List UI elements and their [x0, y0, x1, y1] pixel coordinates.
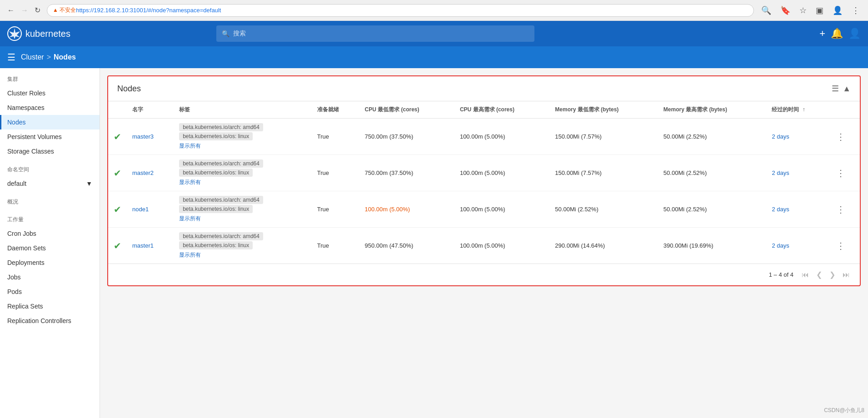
cpu-max-cell: 100.00m (5.00%): [454, 228, 549, 264]
nodes-title: Nodes: [117, 84, 141, 94]
show-all-link[interactable]: 显示所有: [179, 251, 306, 259]
cpu-max-cell: 100.00m (5.00%): [454, 155, 549, 191]
label-tag-1: beta.kubernetes.io/arch: amd64: [179, 196, 306, 205]
sidebar-item-persistent-volumes[interactable]: Persistent Volumes: [0, 129, 100, 144]
hamburger-menu[interactable]: ☰: [7, 52, 15, 63]
sidebar-item-jobs[interactable]: Jobs: [0, 270, 100, 284]
sidebar-item-cluster-roles[interactable]: Cluster Roles: [0, 86, 100, 100]
sidebar-item-storage-classes[interactable]: Storage Classes: [0, 144, 100, 159]
table-row: ✔ master3 beta.kubernetes.io/arch: amd64…: [108, 119, 860, 155]
row-actions-cell: ⋮: [831, 119, 860, 155]
search-bar[interactable]: 🔍 搜索: [216, 25, 534, 42]
sidebar-item-label: Namespaces: [7, 104, 45, 111]
workload-section-label: 工作量: [0, 209, 100, 226]
mem-max-cell: 50.00Mi (2.52%): [658, 119, 767, 155]
node-name-link[interactable]: master1: [132, 242, 154, 249]
browser-nav: ← → ↻: [5, 4, 42, 16]
show-all-link[interactable]: 显示所有: [179, 215, 306, 223]
status-icon: ✔: [114, 132, 121, 142]
sidebar-item-label: Persistent Volumes: [7, 133, 62, 140]
col-labels: 标签: [174, 101, 312, 119]
cpu-min-cell: 950.00m (47.50%): [359, 228, 454, 264]
main-content: Nodes ☰ ▲ 名字 标签 准备就绪 CPU 最低需求 (cores): [100, 68, 868, 418]
nodes-card: Nodes ☰ ▲ 名字 标签 准备就绪 CPU 最低需求 (cores): [107, 75, 861, 286]
node-name-link[interactable]: node1: [132, 206, 149, 213]
labels-cell: beta.kubernetes.io/arch: amd64 beta.kube…: [174, 191, 312, 228]
sidebar-item-label: Daemon Sets: [7, 244, 46, 252]
mem-min-cell: 150.00Mi (7.57%): [549, 155, 658, 191]
search-icon[interactable]: 🔍: [758, 5, 774, 16]
sidebar-item-replication-controllers[interactable]: Replication Controllers: [0, 314, 100, 328]
ready-cell: True: [312, 191, 359, 228]
sidebar-item-pods[interactable]: Pods: [0, 284, 100, 299]
namespace-selector[interactable]: default ▼: [0, 176, 100, 191]
cpu-min-cell: 750.00m (37.50%): [359, 155, 454, 191]
name-cell: master1: [127, 228, 174, 264]
sidebar-item-daemon-sets[interactable]: Daemon Sets: [0, 241, 100, 255]
row-menu-button[interactable]: ⋮: [836, 240, 845, 251]
status-cell: ✔: [108, 119, 127, 155]
sidebar-item-namespaces[interactable]: Namespaces: [0, 100, 100, 115]
account-icon[interactable]: 👤: [830, 5, 845, 16]
row-menu-button[interactable]: ⋮: [836, 131, 845, 142]
show-all-link[interactable]: 显示所有: [179, 179, 306, 186]
namespace-section-label: 命名空间: [0, 159, 100, 176]
node-name-link[interactable]: master2: [132, 169, 154, 176]
filter-button[interactable]: ☰: [832, 84, 839, 94]
nodes-card-header: Nodes ☰ ▲: [108, 76, 860, 101]
col-mem-max: Memory 最高需求 (bytes): [658, 101, 767, 119]
collapse-button[interactable]: ▲: [843, 84, 851, 94]
elapsed-link[interactable]: 2 days: [772, 242, 789, 249]
add-button[interactable]: +: [819, 28, 825, 40]
sidebar-item-cron-jobs[interactable]: Cron Jobs: [0, 226, 100, 241]
forward-button[interactable]: →: [19, 4, 30, 16]
next-page-button[interactable]: ❯: [827, 269, 838, 280]
bookmark-icon[interactable]: 🔖: [778, 5, 793, 16]
col-ready: 准备就绪: [312, 101, 359, 119]
show-all-link[interactable]: 显示所有: [179, 142, 306, 150]
notification-button[interactable]: 🔔: [831, 28, 843, 40]
cpu-min-cell: 750.00m (37.50%): [359, 119, 454, 155]
ready-cell: True: [312, 228, 359, 264]
node-name-link[interactable]: master3: [132, 133, 154, 140]
sidebar-item-replica-sets[interactable]: Replica Sets: [0, 299, 100, 314]
back-button[interactable]: ←: [5, 4, 16, 16]
row-menu-button[interactable]: ⋮: [836, 204, 845, 215]
elapsed-link[interactable]: 2 days: [772, 169, 789, 176]
mem-min-cell: 150.00Mi (7.57%): [549, 119, 658, 155]
sidebar-item-nodes[interactable]: Nodes: [0, 115, 100, 129]
elapsed-cell: 2 days: [766, 191, 831, 228]
first-page-button[interactable]: ⏮: [799, 270, 812, 280]
breadcrumb-current: Nodes: [54, 53, 76, 61]
sidebar-item-label: Replication Controllers: [7, 317, 71, 324]
search-icon: 🔍: [222, 30, 229, 37]
nodes-header-actions: ☰ ▲: [832, 84, 851, 94]
name-cell: master3: [127, 119, 174, 155]
name-cell: node1: [127, 191, 174, 228]
mem-max-cell: 50.00Mi (2.52%): [658, 155, 767, 191]
prev-page-button[interactable]: ❮: [813, 269, 825, 280]
browser-url-bar[interactable]: ▲ 不安全 https://192.168.2.10:31001/#/node?…: [47, 4, 754, 17]
mem-min-cell: 290.00Mi (14.64%): [549, 228, 658, 264]
cluster-section-label: 集群: [0, 68, 100, 86]
sidebar-item-deployments[interactable]: Deployments: [0, 255, 100, 270]
sidebar-item-label: Pods: [7, 288, 22, 295]
account-button[interactable]: 👤: [848, 28, 861, 40]
elapsed-link[interactable]: 2 days: [772, 133, 789, 140]
reload-button[interactable]: ↻: [33, 4, 42, 16]
status-icon: ✔: [114, 241, 121, 251]
status-cell: ✔: [108, 228, 127, 264]
star-icon[interactable]: ☆: [797, 5, 809, 16]
header-actions: + 🔔 👤: [819, 28, 861, 40]
elapsed-cell: 2 days: [766, 155, 831, 191]
elapsed-link[interactable]: 2 days: [772, 206, 789, 213]
app-header: kubernetes 🔍 搜索 + 🔔 👤: [0, 21, 868, 46]
breadcrumb-parent[interactable]: Cluster: [21, 53, 44, 61]
last-page-button[interactable]: ⏭: [840, 270, 853, 280]
labels-cell: beta.kubernetes.io/arch: amd64 beta.kube…: [174, 155, 312, 191]
menu-icon[interactable]: ⋮: [849, 5, 863, 16]
window-icon[interactable]: ▣: [813, 5, 826, 16]
row-menu-button[interactable]: ⋮: [836, 168, 845, 179]
sidebar-item-label: Cron Jobs: [7, 230, 36, 237]
label-tag-2: beta.kubernetes.io/os: linux: [179, 205, 306, 214]
